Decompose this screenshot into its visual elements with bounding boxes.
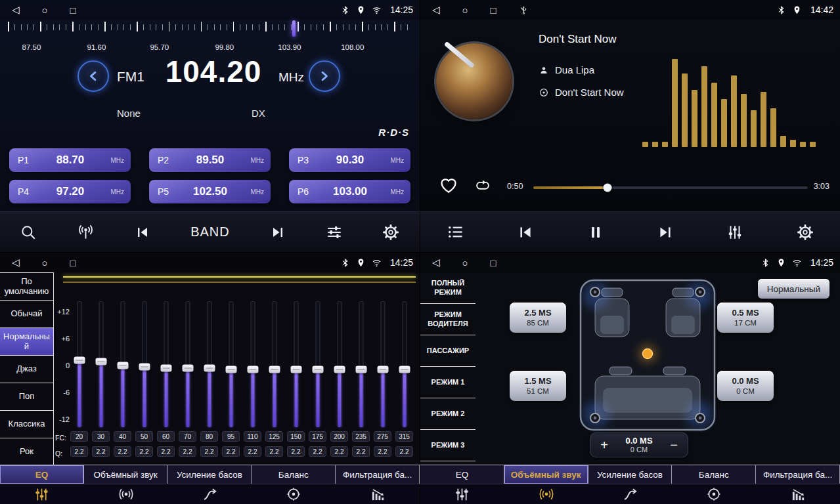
prev-station-button[interactable] <box>135 224 150 240</box>
front-right-delay-button[interactable]: 0.5 MS 17 CM <box>717 303 774 333</box>
repeat-button[interactable] <box>473 177 494 194</box>
back-icon[interactable]: ◁ <box>432 4 440 16</box>
eq-band-slider[interactable] <box>90 301 112 427</box>
eq-slider-handle[interactable] <box>117 362 128 369</box>
next-station-button[interactable] <box>270 224 286 240</box>
prev-track-button[interactable] <box>517 224 534 241</box>
equalizer-icon[interactable] <box>0 487 84 502</box>
eq-band-slider[interactable] <box>220 301 242 427</box>
eq-band-slider[interactable] <box>393 301 415 427</box>
band-button[interactable]: BAND <box>190 224 230 240</box>
filter-icon[interactable] <box>756 487 840 502</box>
eq-band-slider[interactable] <box>112 301 133 427</box>
eq-preset-item[interactable]: Классика <box>0 411 53 438</box>
sound-tab[interactable]: Усиление басов <box>168 465 252 484</box>
balance-icon[interactable] <box>252 487 336 501</box>
preset-button[interactable]: P3 90.30 MHz <box>289 148 410 172</box>
sound-tab[interactable]: EQ <box>0 465 84 484</box>
balance-icon[interactable] <box>672 487 756 501</box>
eq-slider-handle[interactable] <box>334 366 345 373</box>
recents-icon[interactable]: □ <box>491 257 497 268</box>
bass-boost-icon[interactable] <box>168 487 252 502</box>
eq-slider-handle[interactable] <box>95 358 106 366</box>
sound-preset-button[interactable]: Нормальный <box>758 279 829 299</box>
preset-button[interactable]: P5 102.50 MHz <box>149 180 271 203</box>
preset-button[interactable]: P6 103.00 MHz <box>289 180 410 203</box>
tuning-indicator[interactable] <box>292 20 296 37</box>
preset-button[interactable]: P1 88.70 MHz <box>9 148 131 172</box>
eq-preset-item[interactable]: Нормальный <box>0 328 53 356</box>
eq-band-slider[interactable] <box>307 301 328 427</box>
eq-slider-handle[interactable] <box>290 366 301 373</box>
rear-left-delay-button[interactable]: 1.5 MS 51 CM <box>510 371 566 401</box>
eq-preset-item[interactable]: Обычай <box>0 301 53 328</box>
eq-band-slider[interactable] <box>242 301 263 427</box>
eq-band-slider[interactable] <box>177 301 198 427</box>
filter-icon[interactable] <box>336 487 420 502</box>
eq-band-slider[interactable] <box>328 301 350 427</box>
back-icon[interactable]: ◁ <box>432 257 440 268</box>
eq-band-slider[interactable] <box>68 301 90 427</box>
eq-slider-handle[interactable] <box>139 363 150 370</box>
eq-slider-handle[interactable] <box>204 364 215 371</box>
eq-slider-handle[interactable] <box>377 366 388 373</box>
eq-band-slider[interactable] <box>263 301 285 427</box>
sound-tab[interactable]: Баланс <box>672 465 756 484</box>
seat-map[interactable] <box>578 278 717 432</box>
eq-slider-handle[interactable] <box>247 366 258 373</box>
mixer-button[interactable] <box>726 224 743 241</box>
back-icon[interactable]: ◁ <box>12 4 20 16</box>
progress-bar[interactable] <box>533 186 808 189</box>
surround-icon[interactable] <box>84 487 168 501</box>
listening-mode-item[interactable]: РЕЖИМ 1 <box>420 367 475 398</box>
recents-icon[interactable]: □ <box>491 5 497 16</box>
sound-tab[interactable]: Баланс <box>252 465 336 484</box>
preset-button[interactable]: P4 97.20 MHz <box>9 180 131 203</box>
sound-tab[interactable]: EQ <box>420 465 504 484</box>
eq-preset-item[interactable]: Джаз <box>0 356 53 383</box>
sound-tab[interactable]: Фильтрация ба... <box>336 465 420 484</box>
listening-mode-item[interactable]: ПАССАЖИР <box>420 335 475 367</box>
next-track-button[interactable] <box>657 224 674 241</box>
listening-mode-item[interactable]: РЕЖИМ 3 <box>420 430 475 461</box>
eq-slider-handle[interactable] <box>160 364 171 371</box>
eq-slider-handle[interactable] <box>182 364 193 371</box>
back-icon[interactable]: ◁ <box>12 257 20 268</box>
listening-mode-item[interactable]: РЕЖИМ ВОДИТЕЛЯ <box>420 304 475 335</box>
progress-knob[interactable] <box>603 184 611 192</box>
listening-mode-item[interactable]: РЕЖИМ 2 <box>420 398 475 430</box>
eq-band-slider[interactable] <box>285 301 307 427</box>
preset-button[interactable]: P2 89.50 MHz <box>149 148 271 172</box>
listening-mode-item[interactable]: ПОЛНЫЙ РЕЖИМ <box>420 272 475 304</box>
search-button[interactable] <box>20 224 37 241</box>
pause-button[interactable] <box>587 224 604 241</box>
settings-button[interactable] <box>797 224 814 241</box>
sound-tab[interactable]: Фильтрация ба... <box>756 465 840 484</box>
tune-up-button[interactable] <box>309 60 340 92</box>
eq-band-slider[interactable] <box>198 301 220 427</box>
favorite-button[interactable] <box>439 175 460 196</box>
frequency-scale[interactable]: 87.50 91.60 95.70 99.80 103.90 108.00 <box>0 20 420 54</box>
home-icon[interactable]: ○ <box>462 5 468 16</box>
eq-preset-item[interactable]: По умолчанию <box>0 273 53 301</box>
eq-band-slider[interactable] <box>372 301 393 427</box>
eq-preset-item[interactable]: Поп <box>0 383 53 411</box>
eq-slider-handle[interactable] <box>399 366 410 373</box>
eq-band-slider[interactable] <box>350 301 372 427</box>
eq-band-slider[interactable] <box>133 301 155 427</box>
home-icon[interactable]: ○ <box>42 5 48 16</box>
sound-tab[interactable]: Объёмный звук <box>84 465 168 484</box>
sound-tab[interactable]: Усиление басов <box>588 465 673 484</box>
settings-button[interactable] <box>382 224 399 241</box>
sound-tab[interactable]: Объёмный звук <box>504 465 588 484</box>
home-icon[interactable]: ○ <box>462 257 468 268</box>
bass-boost-icon[interactable] <box>588 487 673 502</box>
delay-decrease-button[interactable]: − <box>660 438 688 452</box>
eq-slider-handle[interactable] <box>74 357 85 364</box>
rear-right-delay-button[interactable]: 0.0 MS 0 CM <box>717 371 774 401</box>
eq-preset-item[interactable]: Рок <box>0 438 53 466</box>
playlist-button[interactable] <box>447 223 464 241</box>
eq-slider-handle[interactable] <box>225 366 236 373</box>
delay-increase-button[interactable]: + <box>590 438 618 452</box>
home-icon[interactable]: ○ <box>42 257 48 268</box>
